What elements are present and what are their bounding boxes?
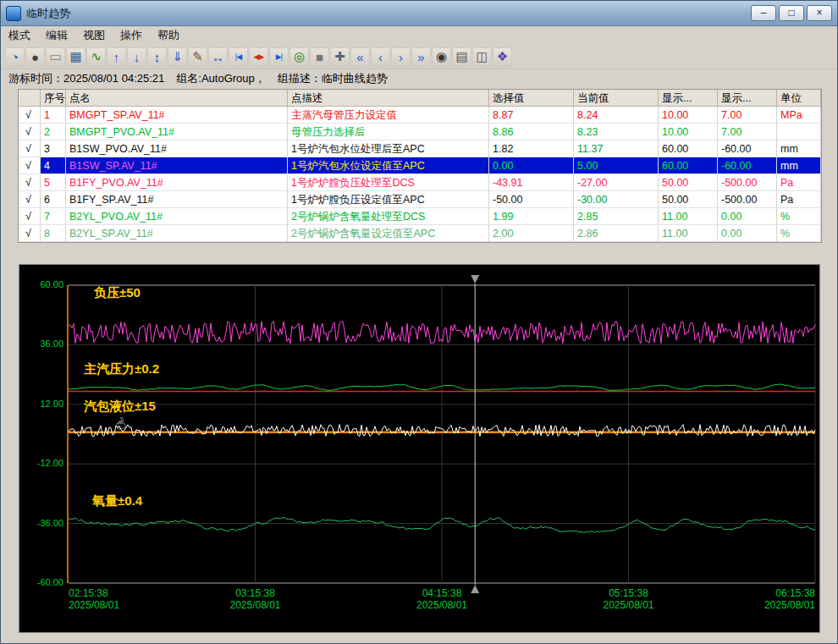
trend-curve-icon[interactable]: ∿ xyxy=(86,47,106,67)
menu-item-5[interactable]: 帮助 xyxy=(150,26,187,45)
cell-check[interactable]: √ xyxy=(19,225,41,242)
column-header[interactable]: 点描述 xyxy=(288,90,489,107)
column-header[interactable] xyxy=(19,90,41,107)
page-last-icon[interactable]: » xyxy=(411,47,431,67)
table-row[interactable]: √7B2YL_PVO.AV_11#2号炉锅炉含氧量处理至DCS1.992.851… xyxy=(19,208,821,225)
cell-check[interactable]: √ xyxy=(19,157,41,174)
print-icon[interactable]: ▤ xyxy=(452,47,471,67)
cell-cur: 8.24 xyxy=(574,107,659,124)
trend-chart[interactable]: 60.0036.0012.00-12.00-36.00-60.0002:15:3… xyxy=(19,264,820,633)
cell-lo: -60.00 xyxy=(718,157,777,174)
cell-hi: 10.00 xyxy=(659,124,718,140)
table-row[interactable]: √4B1SW_SP.AV_11#1号炉汽包水位设定值至APC0.005.0060… xyxy=(19,157,821,174)
x-axis-label: 02:15:382025/08/01 xyxy=(69,587,145,611)
cell-unit xyxy=(777,124,821,140)
trend-plot xyxy=(19,265,819,632)
cursor-to-start-icon[interactable]: |◀ xyxy=(229,47,248,67)
cell-sel: 8.86 xyxy=(489,124,574,140)
export-icon[interactable]: ◫ xyxy=(472,47,492,67)
cell-lo: 7.00 xyxy=(718,124,777,140)
cursor-to-end-icon[interactable]: ▶| xyxy=(269,47,289,67)
x-axis-time: 04:15:38 xyxy=(404,587,480,599)
tools-icon[interactable]: ✚ xyxy=(330,47,350,67)
x-axis-date: 2025/08/01 xyxy=(739,599,815,611)
scroll-up-icon[interactable]: ↑ xyxy=(107,47,126,67)
cell-check[interactable]: √ xyxy=(19,107,41,124)
x-axis-time: 03:15:38 xyxy=(218,587,294,599)
cell-desc: 母管压力选择后 xyxy=(288,124,489,140)
column-header[interactable]: 当前值 xyxy=(574,90,659,107)
time-setup-icon[interactable]: ◔ xyxy=(5,47,25,67)
menu-item-4[interactable]: 操作 xyxy=(113,26,150,45)
cell-check[interactable]: √ xyxy=(19,174,41,191)
data-table-icon[interactable]: ▦ xyxy=(66,47,85,67)
menu-item-1[interactable]: 模式 xyxy=(1,26,38,45)
cell-hi: 50.00 xyxy=(659,191,718,208)
cell-lo: 0.00 xyxy=(718,208,777,225)
cell-check[interactable]: √ xyxy=(19,124,41,140)
table-row[interactable]: √8B2YL_SP.AV_11#2号炉锅炉含氧量设定值至APC2.002.861… xyxy=(19,225,821,242)
curve-annotation: 主汽压力±0.2 xyxy=(84,361,159,377)
compress-y-icon[interactable]: ⇓ xyxy=(168,47,187,67)
column-header[interactable]: 单位 xyxy=(777,90,821,107)
find-icon[interactable]: ◉ xyxy=(432,47,451,67)
group-desc-label: 组描述：临时曲线趋势 xyxy=(278,71,388,86)
minimize-button[interactable]: – xyxy=(751,5,776,21)
table-row[interactable]: √1BMGPT_SP.AV_11#主蒸汽母管压力设定值8.878.2410.00… xyxy=(19,107,821,124)
column-header[interactable]: 显示... xyxy=(718,90,777,107)
app-window: 临时趋势 – □ × 模式编辑视图操作帮助 ◔●▭▦∿↑↓↕⇓✎↔|◀◀▶▶|◎… xyxy=(0,0,838,644)
expand-y-icon[interactable]: ↕ xyxy=(147,47,167,67)
cell-check[interactable]: √ xyxy=(19,140,41,157)
y-axis-label: 12.00 xyxy=(21,399,63,409)
column-header[interactable]: 显示... xyxy=(659,90,718,107)
page-forward-icon[interactable]: › xyxy=(391,47,411,67)
expand-x-icon[interactable]: ↔ xyxy=(208,47,228,67)
cell-unit: % xyxy=(777,225,821,242)
cell-check[interactable]: √ xyxy=(19,208,41,225)
maximize-button[interactable]: □ xyxy=(779,5,804,21)
table-row[interactable]: √2BMGPT_PVO.AV_11#母管压力选择后8.868.2310.007.… xyxy=(19,124,821,140)
cell-sel: 0.00 xyxy=(489,157,574,174)
page-first-icon[interactable]: « xyxy=(350,47,370,67)
cell-sel: 1.99 xyxy=(489,208,574,225)
cell-sel: -50.00 xyxy=(489,191,574,208)
curve-annotation: 氧量±0.4 xyxy=(92,493,142,509)
table-row[interactable]: √6B1FY_SP.AV_11#1号炉炉膛负压设定值至APC-50.00-30.… xyxy=(19,191,821,208)
table-row[interactable]: √3B1SW_PVO.AV_11#1号炉汽包水位处理后至APC1.8211.37… xyxy=(19,140,821,157)
zoom-icon[interactable]: ◎ xyxy=(289,47,309,67)
cell-name: BMGPT_PVO.AV_11# xyxy=(66,124,288,140)
cell-num: 5 xyxy=(41,174,66,191)
x-axis-label: 03:15:382025/08/01 xyxy=(218,587,294,611)
page-back-icon[interactable]: ‹ xyxy=(371,47,390,67)
help-book-icon[interactable]: ❖ xyxy=(493,47,512,67)
close-button[interactable]: × xyxy=(807,5,832,21)
table-row[interactable]: √5B1FY_PVO.AV_11#1号炉炉膛负压处理至DCS-43.91-27.… xyxy=(19,174,821,191)
x-axis-label: 05:15:382025/08/01 xyxy=(591,587,667,611)
menu-item-3[interactable]: 视图 xyxy=(75,26,113,45)
cell-desc: 主蒸汽母管压力设定值 xyxy=(288,107,489,124)
cell-num: 3 xyxy=(41,140,66,157)
cell-cur: 2.85 xyxy=(574,208,659,225)
column-header[interactable]: 点名 xyxy=(66,90,288,107)
column-header[interactable]: 序号 xyxy=(41,90,66,107)
cursor-top-handle[interactable] xyxy=(471,275,479,283)
menu-bar: 模式编辑视图操作帮助 xyxy=(1,26,837,46)
record-icon[interactable]: ● xyxy=(25,47,45,67)
new-doc-icon[interactable]: ▭ xyxy=(46,47,65,67)
edit-pen-icon[interactable]: ✎ xyxy=(188,47,207,67)
x-axis-time: 02:15:38 xyxy=(69,587,145,599)
stop-icon[interactable]: ■ xyxy=(310,47,329,67)
column-header[interactable]: 选择值 xyxy=(489,90,574,107)
x-axis-time: 06:15:38 xyxy=(739,587,815,599)
scroll-down-icon[interactable]: ↓ xyxy=(127,47,146,67)
group-name-label: 组名:AutoGroup， xyxy=(176,71,266,86)
dual-cursor-icon[interactable]: ◀▶ xyxy=(249,47,268,67)
y-axis-label: 36.00 xyxy=(21,339,63,349)
menu-item-2[interactable]: 编辑 xyxy=(38,26,75,45)
title-bar[interactable]: 临时趋势 – □ × xyxy=(1,1,837,26)
y-axis-label: -60.00 xyxy=(21,577,63,587)
cell-check[interactable]: √ xyxy=(19,191,41,208)
cell-desc: 2号炉锅炉含氧量处理至DCS xyxy=(288,208,489,225)
toolbar: ◔●▭▦∿↑↓↕⇓✎↔|◀◀▶▶|◎■✚«‹›»◉▤◫❖ xyxy=(1,45,837,69)
cell-cur: 11.37 xyxy=(574,140,659,157)
